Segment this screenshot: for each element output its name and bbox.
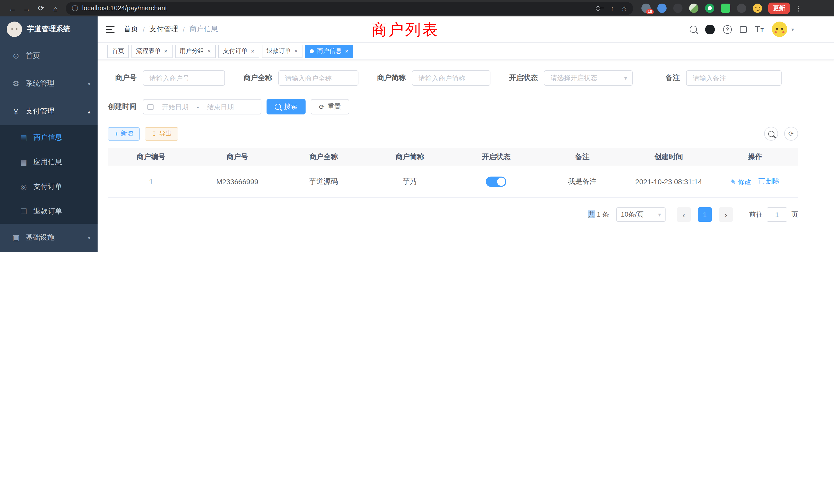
export-button-label: 导出 <box>159 129 172 138</box>
extension-icon-6[interactable] <box>721 4 730 13</box>
date-range-separator: - <box>197 103 199 111</box>
browser-menu-icon[interactable]: ⋮ <box>795 4 802 12</box>
extension-icon-1[interactable]: 10 <box>641 4 651 13</box>
status-label: 开启状态 <box>509 73 538 83</box>
prev-page-button[interactable]: ‹ <box>677 207 691 222</box>
grid-icon: ▦ <box>18 158 29 166</box>
sidebar-item-home[interactable]: ⊙ 首页 <box>0 42 97 70</box>
refresh-button[interactable]: ⟳ <box>784 127 798 141</box>
browser-update-button[interactable]: 更新 <box>768 3 790 14</box>
close-icon[interactable]: ✕ <box>207 48 211 54</box>
share-icon[interactable]: ↑ <box>611 4 614 12</box>
col-merchant-id: 商户编号 <box>108 148 194 166</box>
export-button[interactable]: ↧ 导出 <box>145 127 178 140</box>
sidebar-subitem-pay-order[interactable]: ◎ 支付订单 <box>0 175 97 199</box>
edit-icon: ✎ <box>730 178 736 186</box>
show-search-toggle-button[interactable] <box>764 127 778 141</box>
fullscreen-icon[interactable] <box>740 26 747 32</box>
reset-button[interactable]: ⟳ 重置 <box>311 99 349 114</box>
extension-icon-4[interactable] <box>689 4 698 13</box>
bookmark-star-icon[interactable]: ☆ <box>621 4 627 12</box>
help-icon[interactable]: ? <box>723 25 732 33</box>
search-icon <box>768 131 774 137</box>
tab-refund-order[interactable]: 退款订单 ✕ <box>262 44 303 58</box>
site-info-icon[interactable]: ⓘ <box>72 4 78 13</box>
sidebar-subitem-refund-order[interactable]: ❐ 退款订单 <box>0 199 97 224</box>
delete-link[interactable]: 删除 <box>760 177 780 186</box>
tab-merchant-info[interactable]: 商户信息 ✕ <box>305 44 353 58</box>
col-actions: 操作 <box>712 148 798 166</box>
extension-icon-3[interactable] <box>673 4 682 13</box>
reload-icon[interactable]: ⟳ <box>34 1 48 16</box>
goto-page: 前往 页 <box>749 207 798 222</box>
cell-merchant-id: 1 <box>108 166 194 197</box>
sidebar-item-system[interactable]: ⚙ 系统管理 ▾ <box>0 70 97 97</box>
extension-icon-2[interactable] <box>657 4 666 13</box>
cell-status <box>453 166 539 197</box>
avatar-caret-icon[interactable]: ▾ <box>791 26 794 32</box>
breadcrumb: 首页 / 支付管理 / 商户信息 <box>124 25 218 34</box>
extension-icon-7[interactable] <box>737 4 746 13</box>
page-size-select[interactable]: 10条/页 ▾ <box>616 207 665 222</box>
close-icon[interactable]: ✕ <box>294 48 298 54</box>
status-select[interactable]: 请选择开启状态 ▾ <box>544 70 633 86</box>
tab-process-form[interactable]: 流程表单 ✕ <box>131 44 172 58</box>
back-icon[interactable]: ← <box>5 1 20 16</box>
cell-short-name: 芋艿 <box>367 166 453 197</box>
sidebar-subitem-app-info[interactable]: ▦ 应用信息 <box>0 150 97 175</box>
hamburger-button[interactable] <box>106 26 114 32</box>
end-date-input[interactable] <box>201 103 240 111</box>
col-remark: 备注 <box>539 148 626 166</box>
short-name-label: 商户简称 <box>377 73 406 83</box>
sidebar-subitem-label: 退款订单 <box>34 207 62 216</box>
sidebar-item-payment[interactable]: ¥ 支付管理 ▴ <box>0 97 97 125</box>
forward-icon[interactable]: → <box>20 1 34 16</box>
remark-label: 备注 <box>651 73 680 83</box>
cell-remark: 我是备注 <box>539 166 626 197</box>
merchant-no-input[interactable] <box>143 70 225 86</box>
close-icon[interactable]: ✕ <box>250 48 255 54</box>
extension-icon-5[interactable] <box>705 4 714 13</box>
app-logo: 芋道管理系统 <box>0 17 97 42</box>
github-icon[interactable] <box>705 24 715 34</box>
filter-row-1: 商户号 商户全称 商户简称 开启状态 请选择开启状态 <box>108 70 798 86</box>
close-icon[interactable]: ✕ <box>345 48 348 54</box>
full-name-input[interactable] <box>278 70 358 86</box>
chevron-down-icon: ▾ <box>88 235 90 240</box>
search-button[interactable]: 搜索 <box>266 99 306 114</box>
refresh-icon: ⟳ <box>788 130 794 138</box>
status-switch[interactable] <box>486 177 506 187</box>
chevron-down-icon: ▾ <box>658 211 661 218</box>
next-page-button[interactable]: › <box>719 207 733 222</box>
sidebar-item-infrastructure[interactable]: ▣ 基础设施 ▾ <box>0 224 97 251</box>
start-date-input[interactable] <box>156 103 195 111</box>
sidebar-subitem-merchant-info[interactable]: ▤ 商户信息 <box>0 125 97 150</box>
tab-pay-order[interactable]: 支付订单 ✕ <box>218 44 259 58</box>
user-avatar[interactable] <box>772 22 787 37</box>
password-key-icon[interactable] <box>596 6 600 10</box>
address-bar[interactable]: ⓘ localhost:1024/pay/merchant ↑ ☆ <box>66 2 633 15</box>
page-1-button[interactable]: 1 <box>698 207 712 222</box>
goto-page-input[interactable] <box>767 207 787 222</box>
home-icon[interactable]: ⌂ <box>48 1 63 16</box>
date-range-picker[interactable]: - <box>143 99 261 114</box>
gear-icon: ⚙ <box>10 79 22 88</box>
edit-link[interactable]: ✎ 修改 <box>730 178 751 187</box>
font-size-icon[interactable]: TT <box>755 25 764 34</box>
close-icon[interactable]: ✕ <box>164 48 168 54</box>
breadcrumb-item-home[interactable]: 首页 <box>124 25 138 34</box>
add-button[interactable]: + 新增 <box>108 127 140 140</box>
search-icon[interactable] <box>690 26 697 33</box>
sidebar-item-label: 支付管理 <box>26 107 54 116</box>
remark-input[interactable] <box>686 70 782 86</box>
short-name-input[interactable] <box>412 70 490 86</box>
sidebar-item-devtools[interactable]: ⚒ 研发工具 ▾ <box>0 251 97 252</box>
monitor-icon: ▣ <box>10 233 22 242</box>
extension-icon-8[interactable] <box>753 4 762 13</box>
tab-user-group[interactable]: 用户分组 ✕ <box>175 44 216 58</box>
tab-home[interactable]: 首页 <box>107 44 129 58</box>
edit-link-label: 修改 <box>738 178 751 187</box>
breadcrumb-item-payment[interactable]: 支付管理 <box>150 25 178 34</box>
sidebar-subitem-label: 支付订单 <box>34 182 62 191</box>
breadcrumb-separator: / <box>143 25 145 33</box>
